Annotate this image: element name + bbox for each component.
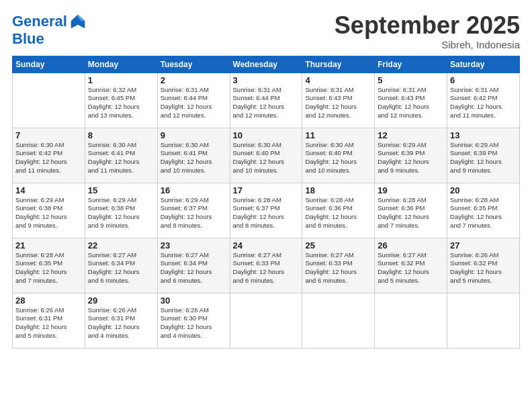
calendar-cell — [447, 293, 520, 348]
day-number: 20 — [450, 185, 517, 195]
calendar-cell: 10Sunrise: 6:30 AM Sunset: 6:40 PM Dayli… — [230, 128, 302, 183]
calendar-header-thursday: Thursday — [302, 56, 375, 73]
day-info: Sunrise: 6:30 AM Sunset: 6:41 PM Dayligh… — [161, 141, 227, 175]
day-info: Sunrise: 6:30 AM Sunset: 6:41 PM Dayligh… — [88, 141, 154, 175]
day-number: 28 — [15, 295, 82, 306]
day-number: 25 — [305, 240, 371, 250]
day-info: Sunrise: 6:26 AM Sunset: 6:31 PM Dayligh… — [88, 306, 154, 340]
day-info: Sunrise: 6:30 AM Sunset: 6:40 PM Dayligh… — [305, 141, 371, 175]
main-title: September 2025 — [335, 12, 520, 39]
day-info: Sunrise: 6:27 AM Sunset: 6:34 PM Dayligh… — [161, 251, 227, 285]
day-info: Sunrise: 6:31 AM Sunset: 6:43 PM Dayligh… — [378, 86, 444, 120]
calendar-cell: 13Sunrise: 6:29 AM Sunset: 6:39 PM Dayli… — [447, 128, 520, 183]
day-info: Sunrise: 6:28 AM Sunset: 6:35 PM Dayligh… — [450, 196, 517, 230]
day-info: Sunrise: 6:29 AM Sunset: 6:38 PM Dayligh… — [88, 196, 154, 230]
day-number: 15 — [88, 185, 154, 195]
day-number: 6 — [450, 75, 517, 85]
day-info: Sunrise: 6:31 AM Sunset: 6:43 PM Dayligh… — [305, 86, 371, 120]
day-number: 18 — [305, 185, 371, 195]
day-info: Sunrise: 6:32 AM Sunset: 6:45 PM Dayligh… — [88, 86, 154, 120]
calendar-cell: 14Sunrise: 6:29 AM Sunset: 6:38 PM Dayli… — [13, 183, 85, 238]
calendar-cell: 20Sunrise: 6:28 AM Sunset: 6:35 PM Dayli… — [447, 183, 520, 238]
calendar-cell: 21Sunrise: 6:28 AM Sunset: 6:35 PM Dayli… — [13, 238, 85, 293]
day-number: 11 — [305, 130, 371, 140]
day-info: Sunrise: 6:29 AM Sunset: 6:39 PM Dayligh… — [378, 141, 444, 175]
calendar-header-row: SundayMondayTuesdayWednesdayThursdayFrid… — [13, 56, 520, 73]
day-number: 27 — [450, 240, 517, 250]
calendar-header-monday: Monday — [85, 56, 157, 73]
calendar-cell: 29Sunrise: 6:26 AM Sunset: 6:31 PM Dayli… — [85, 293, 157, 348]
day-number: 22 — [88, 240, 154, 250]
calendar-cell: 2Sunrise: 6:31 AM Sunset: 6:44 PM Daylig… — [157, 73, 230, 128]
day-number: 10 — [233, 130, 300, 140]
calendar-cell: 19Sunrise: 6:28 AM Sunset: 6:36 PM Dayli… — [375, 183, 447, 238]
calendar-week-row: 28Sunrise: 6:26 AM Sunset: 6:31 PM Dayli… — [13, 293, 520, 348]
day-number: 13 — [450, 130, 517, 140]
calendar-cell — [13, 73, 85, 128]
calendar-cell: 28Sunrise: 6:26 AM Sunset: 6:31 PM Dayli… — [13, 293, 85, 348]
calendar-week-row: 21Sunrise: 6:28 AM Sunset: 6:35 PM Dayli… — [13, 238, 520, 293]
day-info: Sunrise: 6:29 AM Sunset: 6:38 PM Dayligh… — [15, 196, 82, 230]
calendar-cell: 22Sunrise: 6:27 AM Sunset: 6:34 PM Dayli… — [85, 238, 157, 293]
subtitle: Sibreh, Indonesia — [335, 39, 520, 50]
day-number: 9 — [161, 130, 227, 140]
day-number: 23 — [161, 240, 227, 250]
day-number: 4 — [305, 75, 371, 85]
calendar-cell: 7Sunrise: 6:30 AM Sunset: 6:42 PM Daylig… — [13, 128, 85, 183]
calendar: SundayMondayTuesdayWednesdayThursdayFrid… — [12, 56, 520, 349]
day-info: Sunrise: 6:30 AM Sunset: 6:40 PM Dayligh… — [233, 141, 300, 175]
day-number: 14 — [15, 185, 82, 195]
day-info: Sunrise: 6:31 AM Sunset: 6:42 PM Dayligh… — [450, 86, 517, 120]
day-info: Sunrise: 6:29 AM Sunset: 6:37 PM Dayligh… — [161, 196, 227, 230]
calendar-cell: 6Sunrise: 6:31 AM Sunset: 6:42 PM Daylig… — [447, 73, 520, 128]
day-info: Sunrise: 6:30 AM Sunset: 6:42 PM Dayligh… — [15, 141, 82, 175]
calendar-cell — [302, 293, 375, 348]
day-info: Sunrise: 6:27 AM Sunset: 6:33 PM Dayligh… — [305, 251, 371, 285]
day-number: 30 — [161, 295, 227, 306]
calendar-header-friday: Friday — [375, 56, 447, 73]
day-number: 8 — [88, 130, 154, 140]
day-number: 2 — [161, 75, 227, 85]
day-number: 29 — [88, 295, 154, 306]
logo: General Blue — [12, 12, 87, 47]
calendar-cell: 23Sunrise: 6:27 AM Sunset: 6:34 PM Dayli… — [157, 238, 230, 293]
day-number: 26 — [378, 240, 444, 250]
day-number: 17 — [233, 185, 300, 195]
logo-text: General — [12, 13, 67, 30]
day-info: Sunrise: 6:28 AM Sunset: 6:36 PM Dayligh… — [305, 196, 371, 230]
calendar-cell: 30Sunrise: 6:26 AM Sunset: 6:30 PM Dayli… — [157, 293, 230, 348]
day-info: Sunrise: 6:26 AM Sunset: 6:32 PM Dayligh… — [450, 251, 517, 285]
day-info: Sunrise: 6:27 AM Sunset: 6:34 PM Dayligh… — [88, 251, 154, 285]
day-info: Sunrise: 6:26 AM Sunset: 6:31 PM Dayligh… — [15, 306, 82, 340]
calendar-cell: 5Sunrise: 6:31 AM Sunset: 6:43 PM Daylig… — [375, 73, 447, 128]
day-info: Sunrise: 6:28 AM Sunset: 6:36 PM Dayligh… — [378, 196, 444, 230]
day-info: Sunrise: 6:27 AM Sunset: 6:33 PM Dayligh… — [233, 251, 300, 285]
calendar-cell: 26Sunrise: 6:27 AM Sunset: 6:32 PM Dayli… — [375, 238, 447, 293]
logo-icon — [69, 12, 87, 31]
day-number: 5 — [378, 75, 444, 85]
day-number: 7 — [15, 130, 82, 140]
calendar-cell: 12Sunrise: 6:29 AM Sunset: 6:39 PM Dayli… — [375, 128, 447, 183]
day-info: Sunrise: 6:28 AM Sunset: 6:37 PM Dayligh… — [233, 196, 300, 230]
day-info: Sunrise: 6:29 AM Sunset: 6:39 PM Dayligh… — [450, 141, 517, 175]
day-info: Sunrise: 6:31 AM Sunset: 6:44 PM Dayligh… — [161, 86, 227, 120]
title-block: September 2025 Sibreh, Indonesia — [335, 12, 520, 50]
calendar-week-row: 14Sunrise: 6:29 AM Sunset: 6:38 PM Dayli… — [13, 183, 520, 238]
calendar-cell: 9Sunrise: 6:30 AM Sunset: 6:41 PM Daylig… — [157, 128, 230, 183]
day-number: 1 — [88, 75, 154, 85]
calendar-cell: 24Sunrise: 6:27 AM Sunset: 6:33 PM Dayli… — [230, 238, 302, 293]
calendar-week-row: 7Sunrise: 6:30 AM Sunset: 6:42 PM Daylig… — [13, 128, 520, 183]
calendar-cell — [375, 293, 447, 348]
calendar-cell: 8Sunrise: 6:30 AM Sunset: 6:41 PM Daylig… — [85, 128, 157, 183]
calendar-cell: 11Sunrise: 6:30 AM Sunset: 6:40 PM Dayli… — [302, 128, 375, 183]
day-info: Sunrise: 6:27 AM Sunset: 6:32 PM Dayligh… — [378, 251, 444, 285]
calendar-cell: 16Sunrise: 6:29 AM Sunset: 6:37 PM Dayli… — [157, 183, 230, 238]
day-info: Sunrise: 6:26 AM Sunset: 6:30 PM Dayligh… — [161, 306, 227, 340]
day-info: Sunrise: 6:28 AM Sunset: 6:35 PM Dayligh… — [15, 251, 82, 285]
calendar-cell: 27Sunrise: 6:26 AM Sunset: 6:32 PM Dayli… — [447, 238, 520, 293]
calendar-cell: 25Sunrise: 6:27 AM Sunset: 6:33 PM Dayli… — [302, 238, 375, 293]
day-number: 16 — [161, 185, 227, 195]
logo-text2: Blue — [12, 31, 87, 47]
calendar-cell: 4Sunrise: 6:31 AM Sunset: 6:43 PM Daylig… — [302, 73, 375, 128]
calendar-header-saturday: Saturday — [447, 56, 520, 73]
